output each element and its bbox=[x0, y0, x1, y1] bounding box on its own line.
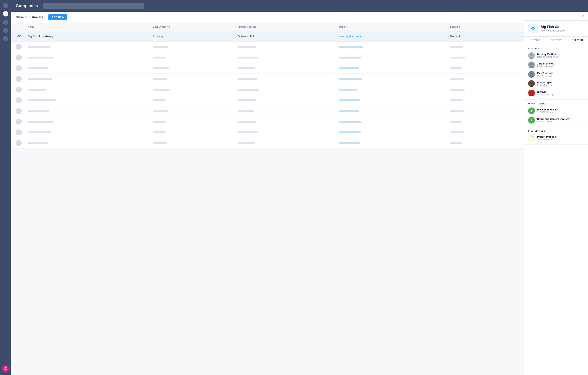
panel-content: CONTACTS Brittany McAlpin Director of Ma… bbox=[525, 44, 588, 375]
opportunities-section-title: OPPORTUNITIES bbox=[528, 102, 584, 105]
svg-point-4 bbox=[530, 72, 533, 75]
svg-point-5 bbox=[529, 75, 534, 78]
contact-avatar-niki bbox=[528, 90, 535, 96]
tab-related[interactable]: RELATED bbox=[567, 37, 588, 44]
contact-avatar-emily bbox=[528, 80, 535, 87]
table-row[interactable] bbox=[11, 52, 524, 63]
sidebar-item-3[interactable] bbox=[3, 20, 8, 25]
placeholder-bar bbox=[28, 99, 56, 101]
placeholder-bar bbox=[339, 57, 361, 59]
avatar-placeholder-icon bbox=[528, 71, 535, 78]
tab-activity[interactable]: ACTIVITY bbox=[546, 37, 567, 44]
fish-icon bbox=[16, 33, 22, 39]
avatar-placeholder-icon bbox=[528, 52, 535, 59]
shared-files-section-title: SHARED FILES bbox=[528, 130, 584, 132]
col-icon bbox=[11, 23, 25, 31]
opportunity-name: Website Redesign bbox=[537, 108, 558, 111]
right-panel: → ⤢ Big Fish Co New York / 5 Contacts DE… bbox=[524, 12, 588, 375]
table-row[interactable] bbox=[11, 106, 524, 116]
col-primary-contact[interactable]: Primary Contact bbox=[234, 23, 336, 31]
opportunity-detail: $18,000 / Open bbox=[537, 111, 558, 114]
primary-contact-value: Brittany McAlpin bbox=[238, 35, 255, 38]
placeholder-bar bbox=[450, 142, 462, 144]
companies-table: Name Last Contacted Primary Contact Webs… bbox=[11, 23, 524, 149]
company-info: Big Fish Co New York / 5 Contacts bbox=[525, 21, 588, 37]
contact-avatar-brittany bbox=[528, 52, 535, 59]
col-website[interactable]: Website bbox=[336, 23, 447, 31]
avatar-placeholder-icon bbox=[528, 80, 535, 87]
placeholder-bar bbox=[339, 78, 362, 80]
sidebar-item-5[interactable] bbox=[3, 36, 8, 41]
contact-item-brittany[interactable]: Brittany McAlpin Director of Marketing bbox=[528, 52, 584, 59]
sidebar-item-1[interactable] bbox=[3, 3, 8, 8]
file-item-proposal[interactable]: 📄 Project Proposal Slide Presentation bbox=[528, 135, 584, 141]
placeholder-bar bbox=[153, 46, 168, 48]
svg-point-6 bbox=[530, 81, 533, 84]
svg-point-2 bbox=[530, 63, 533, 65]
company-name-panel: Big Fish Co bbox=[541, 25, 565, 29]
contact-name: Jordan Bishop bbox=[537, 62, 554, 65]
sidebar-logo[interactable]: C bbox=[2, 365, 9, 372]
filter-dropdown[interactable]: Current Customers ▾ bbox=[16, 16, 45, 19]
contact-item-niki[interactable]: Niki Lee Account Manager bbox=[528, 90, 584, 96]
collapse-icon[interactable]: → bbox=[528, 14, 531, 18]
placeholder-bar bbox=[28, 110, 49, 112]
file-icon-proposal: 📄 bbox=[528, 135, 535, 141]
placeholder-bar bbox=[153, 110, 168, 112]
search-bar[interactable] bbox=[42, 3, 144, 9]
contact-item-matt[interactable]: Matt Andrews Design Director bbox=[528, 71, 584, 78]
company-sub-panel: New York / 5 Contacts bbox=[541, 29, 565, 32]
table-row-big-fish[interactable]: Big Fish Advertising 2 days ago Brittany… bbox=[11, 31, 524, 42]
table-row[interactable] bbox=[11, 95, 524, 106]
col-location[interactable]: Location bbox=[447, 23, 524, 31]
expand-icon[interactable]: ⤢ bbox=[582, 14, 584, 18]
placeholder-bar bbox=[153, 57, 166, 59]
contact-item-jordan[interactable]: Jordan Bishop Project Manager bbox=[528, 61, 584, 68]
contact-name: Matt Andrews bbox=[537, 72, 553, 74]
placeholder-avatar bbox=[16, 44, 22, 50]
contact-role: Project Manager bbox=[537, 65, 554, 68]
table-row[interactable] bbox=[11, 138, 524, 149]
placeholder-bar bbox=[339, 67, 359, 69]
content-area: Current Customers ▾ ADD NEW Name Last Co… bbox=[11, 12, 588, 375]
table-row[interactable] bbox=[11, 84, 524, 95]
contact-role: Design Director bbox=[537, 74, 553, 77]
tab-details[interactable]: DETAILS bbox=[525, 37, 546, 44]
placeholder-bar bbox=[450, 121, 461, 123]
company-fish-icon bbox=[529, 25, 536, 32]
table-row[interactable] bbox=[11, 116, 524, 127]
placeholder-bar bbox=[153, 142, 167, 144]
placeholder-bar bbox=[238, 78, 257, 80]
col-name[interactable]: Name bbox=[25, 23, 150, 31]
placeholder-bar bbox=[153, 99, 165, 101]
col-last-contacted[interactable]: Last Contacted bbox=[150, 23, 234, 31]
company-name: Big Fish Advertising bbox=[28, 35, 53, 38]
add-new-button[interactable]: ADD NEW bbox=[48, 14, 68, 20]
opportunity-icon-website: $ bbox=[528, 107, 535, 114]
row-name-cell: Big Fish Advertising bbox=[25, 31, 150, 42]
shared-files-section: SHARED FILES 📄 Project Proposal Slide Pr… bbox=[525, 127, 588, 145]
website-link[interactable]: www.bigfishads.com bbox=[339, 35, 361, 38]
svg-point-7 bbox=[529, 85, 534, 87]
sidebar-item-2[interactable] bbox=[3, 11, 8, 17]
table-row[interactable] bbox=[11, 74, 524, 84]
placeholder-avatar bbox=[16, 129, 22, 135]
opportunity-detail: $25,000 / Won bbox=[537, 120, 570, 123]
placeholder-bar bbox=[238, 67, 255, 69]
placeholder-bar bbox=[339, 46, 363, 48]
contact-item-emily[interactable]: Emily Logan Production Artist bbox=[528, 80, 584, 87]
sidebar-item-4[interactable] bbox=[3, 28, 8, 33]
row-website-cell[interactable]: www.bigfishads.com bbox=[336, 31, 447, 42]
opportunity-item-website[interactable]: $ Website Redesign $18,000 / Open bbox=[528, 107, 584, 114]
table-row[interactable] bbox=[11, 42, 524, 52]
table-header-row: Name Last Contacted Primary Contact Webs… bbox=[11, 23, 524, 31]
table-row[interactable] bbox=[11, 63, 524, 74]
placeholder-bar bbox=[28, 132, 51, 133]
company-logo-icon bbox=[16, 33, 22, 39]
table-row[interactable] bbox=[11, 127, 524, 138]
contacts-section: CONTACTS Brittany McAlpin Director of Ma… bbox=[525, 44, 588, 100]
file-name: Project Proposal bbox=[537, 135, 556, 138]
opportunity-item-brand[interactable]: $ Brand and Content Strategy $25,000 / W… bbox=[528, 117, 584, 123]
list-panel: Current Customers ▾ ADD NEW Name Last Co… bbox=[11, 12, 524, 375]
placeholder-bar bbox=[153, 67, 169, 69]
